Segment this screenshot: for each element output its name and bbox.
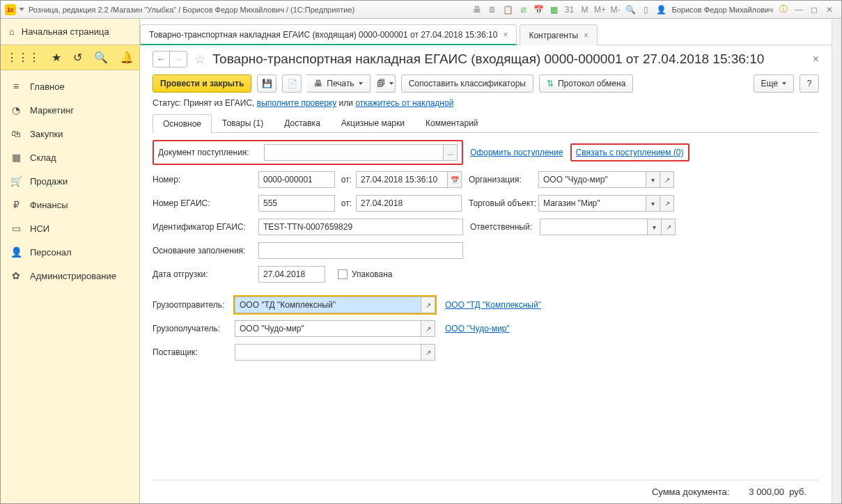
number-input[interactable]: 0000-000001 xyxy=(258,171,335,188)
scrollbar[interactable] xyxy=(832,19,841,503)
clipboard-icon[interactable]: 📋 xyxy=(501,3,514,16)
save-button[interactable]: 💾 xyxy=(257,74,276,93)
apps-icon[interactable]: ⋮⋮⋮ xyxy=(6,51,40,64)
egais-date-input[interactable]: 27.04.2018 xyxy=(356,195,462,212)
status-link-check[interactable]: выполните проверку xyxy=(257,98,336,108)
tab-contractors[interactable]: Контрагенты × xyxy=(520,24,598,45)
sender-link[interactable]: ООО "ТД "Комплексный" xyxy=(445,300,541,310)
ship-date-input[interactable]: 27.04.2018 xyxy=(258,266,325,283)
itab-comment[interactable]: Комментарий xyxy=(415,113,489,132)
cart-icon: 🛒 xyxy=(10,175,22,187)
minimize-icon[interactable]: ― xyxy=(793,3,805,16)
post-and-close-button[interactable]: Провести и закрыть xyxy=(153,74,251,93)
print-icon[interactable]: 🖶 xyxy=(471,3,483,16)
open-button[interactable]: ↗ xyxy=(660,171,674,188)
receiver-link[interactable]: ООО "Чудо-мир" xyxy=(445,324,510,333)
exchange-protocol-button[interactable]: ⇅Протокол обмена xyxy=(539,74,633,93)
match-classifiers-button[interactable]: Сопоставить классификаторы xyxy=(401,74,533,93)
maximize-icon[interactable]: ◻ xyxy=(808,3,820,16)
datetime-input[interactable]: 27.04.2018 15:36:10 xyxy=(356,171,448,188)
favorite-star-icon[interactable]: ☆ xyxy=(194,52,205,67)
itab-main[interactable]: Основное xyxy=(153,114,212,133)
receiver-input[interactable]: ООО "Чудо-мир" xyxy=(235,320,421,337)
pie-icon: ◔ xyxy=(10,104,22,116)
calendar-button[interactable]: 📅 xyxy=(448,171,462,188)
packed-checkbox[interactable] xyxy=(338,269,348,279)
bell-icon[interactable]: 🔔 xyxy=(120,51,134,64)
home-row[interactable]: ⌂ Начальная страница xyxy=(1,19,139,45)
back-icon[interactable]: ← xyxy=(153,52,170,67)
tab-document[interactable]: Товарно-транспортная накладная ЕГАИС (вх… xyxy=(140,24,517,45)
mem-m-icon[interactable]: M xyxy=(578,3,591,16)
nav-sales[interactable]: 🛒Продажи xyxy=(1,169,139,193)
date-icon[interactable]: 31 xyxy=(563,3,575,16)
print-button[interactable]: 🖶Печать xyxy=(307,74,370,93)
open-button[interactable]: ↗ xyxy=(660,195,674,212)
responsible-input[interactable] xyxy=(540,219,648,235)
nav-admin[interactable]: ✿Администрирование xyxy=(1,264,139,288)
save-icon[interactable]: 🗎 xyxy=(486,3,499,16)
dropdown-button[interactable]: ▾ xyxy=(646,171,660,188)
egais-num-input[interactable]: 555 xyxy=(258,195,335,212)
gear-icon: ✿ xyxy=(10,270,22,281)
itab-excise[interactable]: Акцизные марки xyxy=(331,113,415,132)
bind-receipt-link[interactable]: Связать с поступлением (0) xyxy=(576,148,684,157)
trade-obj-input[interactable]: Магазин "Мир" xyxy=(538,195,646,212)
tab-label: Контрагенты xyxy=(529,31,578,40)
nav-list: ≡Главное ◔Маркетинг 🛍Закупки ▦Склад 🛒Про… xyxy=(1,70,139,292)
supplier-input[interactable] xyxy=(235,344,421,361)
basis-input[interactable] xyxy=(258,242,463,259)
itab-goods[interactable]: Товары (1) xyxy=(212,113,274,132)
org-input[interactable]: ООО "Чудо-мир" xyxy=(538,171,646,188)
open-button[interactable]: ↗ xyxy=(421,344,435,361)
history-icon[interactable]: ↺ xyxy=(73,51,82,64)
nav-main[interactable]: ≡Главное xyxy=(1,74,139,98)
search-icon[interactable]: 🔍 xyxy=(94,51,108,64)
nav-warehouse[interactable]: ▦Склад xyxy=(1,145,139,169)
dropdown-button[interactable]: ▾ xyxy=(648,219,662,235)
itab-delivery[interactable]: Доставка xyxy=(274,113,331,132)
packed-label: Упакована xyxy=(352,269,393,279)
open-button[interactable]: ↗ xyxy=(662,219,676,235)
open-button[interactable]: ↗ xyxy=(421,297,435,313)
egais-id-input[interactable]: TEST-TTN-0007659829 xyxy=(258,219,463,235)
nav-purchases[interactable]: 🛍Закупки xyxy=(1,122,139,145)
select-button[interactable]: … xyxy=(444,144,458,161)
mem-mminus-icon[interactable]: M- xyxy=(609,3,621,16)
sender-input[interactable]: ООО "ТД "Комплексный" xyxy=(235,297,421,313)
quick-bar: ⋮⋮⋮ ★ ↺ 🔍 🔔 xyxy=(1,45,139,70)
info-icon[interactable]: ⓘ xyxy=(777,3,790,16)
tab-close-icon[interactable]: × xyxy=(503,30,508,40)
close-icon[interactable]: × xyxy=(813,53,819,65)
create-based-button[interactable]: 🗐 xyxy=(376,74,396,93)
responsible-label: Ответственный: xyxy=(470,222,540,232)
receiver-label: Грузополучатель: xyxy=(153,324,235,333)
tab-close-icon[interactable]: × xyxy=(584,31,588,40)
app-menu-dropdown-icon[interactable] xyxy=(19,8,24,11)
help-button[interactable]: ? xyxy=(800,74,819,93)
forward-icon[interactable]: → xyxy=(170,52,187,67)
close-window-icon[interactable]: ✕ xyxy=(823,3,836,16)
app-window: 1c Розница, редакция 2.2 /Магазин "Улыбк… xyxy=(0,0,842,504)
nav-marketing[interactable]: ◔Маркетинг xyxy=(1,98,139,122)
calc-icon[interactable]: ⎚ xyxy=(517,3,529,16)
status-link-reject[interactable]: откажитесь от накладной xyxy=(355,98,453,108)
panel-icon[interactable]: ▯ xyxy=(639,3,652,16)
create-receipt-link[interactable]: Оформить поступление xyxy=(470,148,563,157)
calendar-icon[interactable]: 📅 xyxy=(532,3,545,16)
zoom-icon[interactable]: 🔍 xyxy=(624,3,637,16)
dropdown-button[interactable]: ▾ xyxy=(646,195,660,212)
more-button[interactable]: Еще xyxy=(754,74,794,93)
egais-num-label: Номер ЕГАИС: xyxy=(153,198,258,208)
table-icon[interactable]: ▦ xyxy=(547,3,560,16)
open-button[interactable]: ↗ xyxy=(421,320,435,337)
doc-receipt-input[interactable] xyxy=(264,144,444,161)
mem-mplus-icon[interactable]: M+ xyxy=(593,3,606,16)
post-button[interactable]: 📄 xyxy=(282,74,302,93)
star-icon[interactable]: ★ xyxy=(52,51,61,64)
footer: Сумма документа: 3 000,00 руб. xyxy=(153,480,819,503)
nav-personnel[interactable]: 👤Персонал xyxy=(1,240,139,264)
nav-nsi[interactable]: ▭НСИ xyxy=(1,216,139,240)
person-icon: 👤 xyxy=(10,246,22,258)
nav-finance[interactable]: ₽Финансы xyxy=(1,193,139,216)
